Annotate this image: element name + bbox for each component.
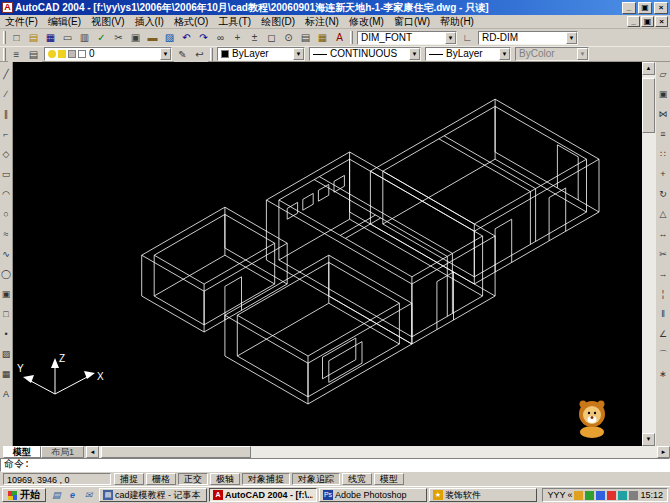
menu-help[interactable]: 帮助(H) <box>435 15 479 28</box>
menu-window[interactable]: 窗口(W) <box>389 15 435 28</box>
polyline-icon[interactable]: ⌐ <box>0 124 13 144</box>
pet-tray-icon[interactable] <box>574 491 583 500</box>
scroll-down-button[interactable] <box>642 433 655 446</box>
ortho-toggle[interactable]: 正交 <box>178 473 208 485</box>
erase-icon[interactable]: ▱ <box>657 64 670 84</box>
snap-toggle[interactable]: 捕捉 <box>114 473 144 485</box>
grid-toggle[interactable]: 栅格 <box>146 473 176 485</box>
tab-layout1[interactable]: 布局1 <box>41 446 84 458</box>
drawing-canvas[interactable]: ZXY <box>13 62 642 446</box>
scroll-up-button[interactable] <box>642 62 655 75</box>
plot-icon[interactable]: ▭ <box>59 30 76 45</box>
notepad-task[interactable]: ▤cad建模教程 - 记事本 <box>99 488 207 502</box>
menu-edit[interactable]: 编辑(E) <box>43 15 86 28</box>
menu-dimension[interactable]: 标注(N) <box>300 15 344 28</box>
break-at-point-icon[interactable]: ¦ <box>657 284 670 304</box>
undo-icon[interactable]: ↶ <box>178 30 195 45</box>
hatch-icon[interactable]: ▨ <box>0 344 13 364</box>
fillet-icon[interactable]: ⌒ <box>657 344 670 364</box>
ie-icon[interactable]: e <box>65 489 80 502</box>
osnap-toggle[interactable]: 对象捕捉 <box>242 473 290 485</box>
rectangle-icon[interactable]: ▭ <box>0 164 13 184</box>
match-properties-icon[interactable]: ▨ <box>161 30 178 45</box>
offset-icon[interactable]: ≡ <box>657 124 670 144</box>
toolbar-grip[interactable] <box>210 48 213 61</box>
cut-icon[interactable]: ✂ <box>110 30 127 45</box>
multiline-icon[interactable]: ∥ <box>0 104 13 124</box>
tray-chevron-icon[interactable] <box>567 490 572 500</box>
text-style-icon[interactable]: A <box>331 30 348 45</box>
horizontal-scroll-thumb[interactable] <box>101 446 251 458</box>
horizontal-scrollbar[interactable] <box>86 446 670 458</box>
ime-pen-icon[interactable] <box>585 491 594 500</box>
menu-format[interactable]: 格式(O) <box>169 15 213 28</box>
text-style-combo[interactable]: DIM_FONT <box>357 31 457 45</box>
explode-icon[interactable]: ∗ <box>657 364 670 384</box>
decorator-task[interactable]: ★装饰软件 <box>429 488 537 502</box>
make-object-layer-icon[interactable]: ✎ <box>174 47 191 62</box>
messenger-icon[interactable] <box>618 491 627 500</box>
network-icon[interactable] <box>629 491 638 500</box>
open-file-icon[interactable]: ▤ <box>25 30 42 45</box>
menu-insert[interactable]: 插入(I) <box>129 15 168 28</box>
toolbar-grip[interactable] <box>3 48 6 61</box>
scale-icon[interactable]: △ <box>657 204 670 224</box>
plot-preview-icon[interactable]: ▥ <box>76 30 93 45</box>
outlook-icon[interactable]: ✉ <box>81 489 96 502</box>
polygon-icon[interactable]: ◇ <box>0 144 13 164</box>
layer-properties-icon[interactable]: ▤ <box>25 47 42 62</box>
menu-modify[interactable]: 修改(M) <box>344 15 389 28</box>
line-icon[interactable]: ╱ <box>0 64 13 84</box>
close-button[interactable]: × <box>654 2 668 14</box>
layer-combo[interactable]: 0 <box>44 47 172 61</box>
autocad-task[interactable]: AAutoCAD 2004 - [f:\... <box>209 488 317 502</box>
menu-view[interactable]: 视图(V) <box>86 15 129 28</box>
region-icon[interactable]: ▦ <box>0 364 13 384</box>
chamfer-icon[interactable]: ∠ <box>657 324 670 344</box>
restore-button[interactable]: ▣ <box>638 2 652 14</box>
save-icon[interactable]: ▦ <box>42 30 59 45</box>
layer-previous-icon[interactable]: ↩ <box>191 47 208 62</box>
zoom-window-icon[interactable]: ◻ <box>263 30 280 45</box>
dropdown-arrow-icon[interactable] <box>293 48 304 60</box>
vertical-scroll-thumb[interactable] <box>642 78 655 133</box>
arc-icon[interactable]: ◠ <box>0 184 13 204</box>
dim-style-combo[interactable]: RD-DIM <box>478 31 578 45</box>
minimize-button[interactable]: _ <box>622 2 636 14</box>
model-space-toggle[interactable]: 模型 <box>374 473 404 485</box>
dropdown-arrow-icon[interactable] <box>409 48 420 60</box>
zoom-realtime-icon[interactable]: ± <box>246 30 263 45</box>
pan-icon[interactable]: + <box>229 30 246 45</box>
dropdown-arrow-icon[interactable] <box>445 32 456 44</box>
spelling-icon[interactable]: ✓ <box>93 30 110 45</box>
doc-restore-button[interactable]: ▣ <box>641 16 654 27</box>
make-block-icon[interactable]: □ <box>0 304 13 324</box>
otrack-toggle[interactable]: 对象追踪 <box>292 473 340 485</box>
extend-icon[interactable]: → <box>657 264 670 284</box>
dropdown-arrow-icon[interactable] <box>160 48 171 60</box>
mirror-icon[interactable]: ⋈ <box>657 104 670 124</box>
copy-icon[interactable]: ▣ <box>127 30 144 45</box>
color-combo[interactable]: ByLayer <box>217 47 305 61</box>
menu-draw[interactable]: 绘图(D) <box>256 15 300 28</box>
scroll-right-button[interactable] <box>657 446 670 458</box>
command-line[interactable]: 命令: <box>0 458 670 472</box>
show-desktop-icon[interactable]: ▤ <box>49 489 64 502</box>
redo-icon[interactable]: ↷ <box>195 30 212 45</box>
paste-icon[interactable]: ▬ <box>144 30 161 45</box>
zoom-previous-icon[interactable]: ⊙ <box>280 30 297 45</box>
trim-icon[interactable]: ✂ <box>657 244 670 264</box>
designcenter-icon[interactable]: ▦ <box>314 30 331 45</box>
circle-icon[interactable]: ○ <box>0 204 13 224</box>
vertical-scroll-track[interactable] <box>642 75 655 433</box>
horizontal-scroll-track[interactable] <box>99 446 657 458</box>
photoshop-task[interactable]: PsAdobe Photoshop <box>319 488 427 502</box>
point-icon[interactable]: • <box>0 324 13 344</box>
lineweight-combo[interactable]: ByLayer <box>425 47 511 61</box>
copy-object-icon[interactable]: ▣ <box>657 84 670 104</box>
scroll-left-button[interactable] <box>86 446 99 458</box>
volume-icon[interactable] <box>596 491 605 500</box>
linetype-combo[interactable]: CONTINUOUS <box>309 47 421 61</box>
insert-block-icon[interactable]: ▣ <box>0 284 13 304</box>
move-icon[interactable]: + <box>657 164 670 184</box>
